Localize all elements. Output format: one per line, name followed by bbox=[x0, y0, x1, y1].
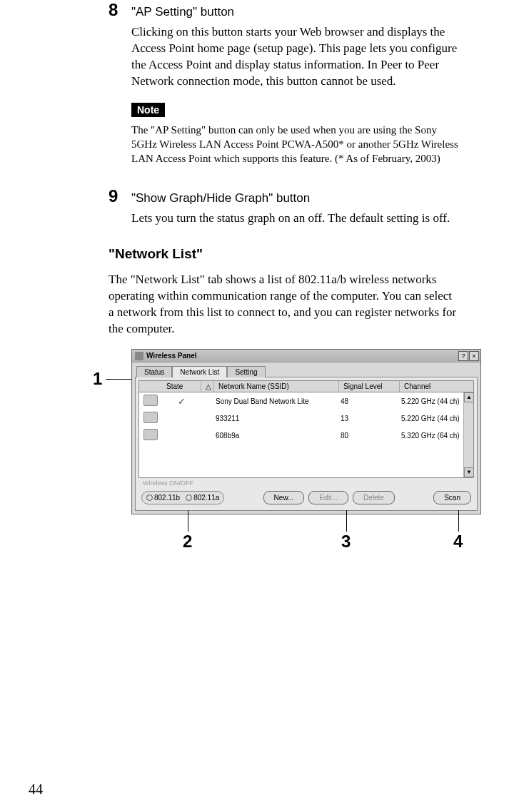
delete-button[interactable]: Delete bbox=[353, 491, 395, 504]
ssid-cell: 608b9a bbox=[214, 432, 339, 440]
tab-strip: Status Network List Setting bbox=[132, 362, 480, 377]
item-9-title: "Show Graph/Hide Graph" button bbox=[131, 191, 310, 205]
list-header: State △ Network Name (SSID) Signal Level… bbox=[138, 380, 474, 392]
page-number: 44 bbox=[29, 781, 43, 798]
col-sort[interactable]: △ bbox=[201, 381, 214, 392]
network-list-body: The "Network List" tab shows a list of 8… bbox=[109, 272, 459, 338]
item-9-body: Lets you turn the status graph on an off… bbox=[131, 210, 459, 227]
signal-cell: 13 bbox=[339, 415, 400, 422]
edit-button[interactable]: Edit... bbox=[308, 491, 348, 504]
wireless-panel-window: Wireless Panel ? × Status Network List S… bbox=[131, 349, 481, 514]
radio-a-label: 802.11a bbox=[193, 494, 219, 502]
window-title: Wireless Panel bbox=[146, 352, 197, 360]
col-signal[interactable]: Signal Level bbox=[339, 381, 400, 392]
col-ssid[interactable]: Network Name (SSID) bbox=[214, 381, 339, 392]
checkmark-icon: ✓ bbox=[178, 396, 186, 407]
figure-area: 1 Wireless Panel ? × Status Network List… bbox=[109, 349, 459, 514]
help-button[interactable]: ? bbox=[458, 351, 468, 361]
note-text: The "AP Setting" button can only be used… bbox=[131, 123, 459, 166]
radio-80211b[interactable]: 802.11b bbox=[146, 494, 180, 502]
signal-cell: 48 bbox=[339, 397, 400, 405]
note-label: Note bbox=[131, 103, 165, 117]
item-9-number: 9 bbox=[109, 186, 131, 206]
callout-3: 3 bbox=[341, 532, 351, 552]
list-item[interactable]: 933211 13 5.220 GHz (44 ch) bbox=[139, 410, 473, 427]
channel-cell: 5.220 GHz (44 ch) bbox=[400, 397, 473, 405]
network-icon bbox=[143, 429, 158, 440]
scroll-up-icon[interactable]: ▲ bbox=[464, 392, 474, 402]
radio-icon bbox=[146, 494, 153, 501]
callout-2: 2 bbox=[183, 532, 192, 552]
item-8-body: Clicking on this button starts your Web … bbox=[131, 24, 459, 90]
signal-cell: 80 bbox=[339, 432, 400, 440]
callout-4: 4 bbox=[453, 532, 463, 552]
callout-4-line bbox=[458, 510, 459, 532]
list-item[interactable]: ✓ Sony Dual Band Network Lite 48 5.220 G… bbox=[139, 392, 473, 410]
scroll-down-icon[interactable]: ▼ bbox=[464, 467, 474, 477]
radio-icon bbox=[186, 494, 192, 501]
app-icon bbox=[135, 352, 143, 360]
close-button[interactable]: × bbox=[469, 351, 479, 361]
item-8-number: 8 bbox=[109, 0, 131, 20]
window-titlebar: Wireless Panel ? × bbox=[132, 350, 480, 362]
col-channel[interactable]: Channel bbox=[400, 381, 473, 392]
col-state[interactable]: State bbox=[162, 381, 201, 392]
callout-3-line bbox=[346, 510, 347, 532]
network-icon bbox=[143, 412, 158, 423]
item-8-title: "AP Setting" button bbox=[131, 5, 234, 19]
ssid-cell: 933211 bbox=[214, 415, 339, 422]
tab-content: State △ Network Name (SSID) Signal Level… bbox=[135, 377, 478, 511]
wireless-onoff-label: Wireless ON/OFF bbox=[143, 479, 474, 487]
network-list-heading: "Network List" bbox=[109, 246, 459, 262]
button-group: New... Edit... Delete bbox=[263, 491, 395, 504]
radio-b-label: 802.11b bbox=[154, 494, 180, 502]
col-icon[interactable] bbox=[139, 381, 162, 392]
radio-80211a[interactable]: 802.11a bbox=[186, 494, 219, 502]
callout-2-line bbox=[188, 510, 188, 532]
tab-network-list[interactable]: Network List bbox=[172, 366, 227, 377]
callout-1: 1 bbox=[93, 369, 102, 389]
scrollbar[interactable]: ▲ ▼ bbox=[463, 392, 473, 477]
ssid-cell: Sony Dual Band Network Lite bbox=[214, 397, 339, 405]
network-icon bbox=[143, 395, 158, 406]
bottom-bar: 802.11b 802.11a New... Edit... Delete Sc… bbox=[138, 487, 474, 507]
list-body: ✓ Sony Dual Band Network Lite 48 5.220 G… bbox=[138, 392, 474, 478]
channel-cell: 5.320 GHz (64 ch) bbox=[400, 432, 473, 440]
new-button[interactable]: New... bbox=[263, 491, 305, 504]
scan-button[interactable]: Scan bbox=[433, 491, 471, 504]
radio-group: 802.11b 802.11a bbox=[141, 491, 224, 504]
tab-status[interactable]: Status bbox=[136, 366, 172, 377]
channel-cell: 5.220 GHz (44 ch) bbox=[400, 415, 473, 422]
list-item[interactable]: 608b9a 80 5.320 GHz (64 ch) bbox=[139, 427, 473, 444]
tab-setting[interactable]: Setting bbox=[227, 366, 265, 377]
